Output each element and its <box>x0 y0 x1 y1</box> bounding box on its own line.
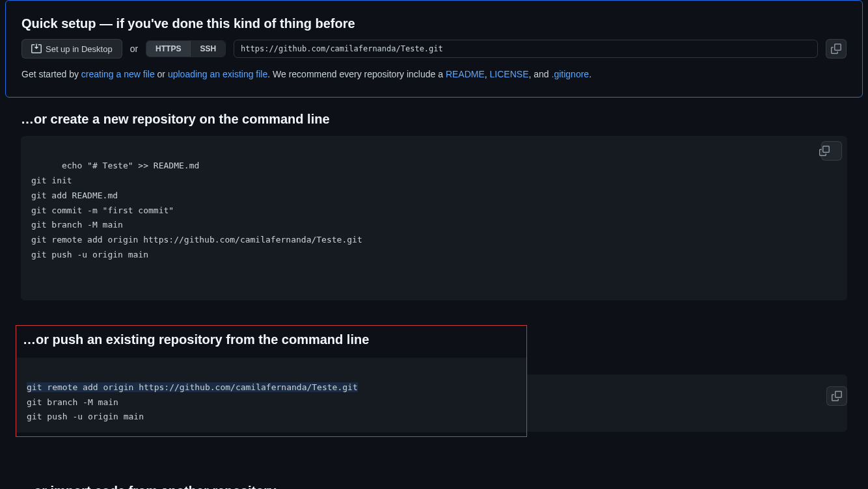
import-section: …or import code from another repository … <box>5 453 863 489</box>
setup-in-desktop-button[interactable]: Set up in Desktop <box>21 39 122 59</box>
copy-icon <box>832 391 842 401</box>
copy-icon <box>819 126 843 176</box>
create-cli-title: …or create a new repository on the comma… <box>21 112 847 127</box>
copy-url-button[interactable] <box>826 39 847 59</box>
desktop-download-icon <box>31 44 42 54</box>
copy-create-cli-button[interactable] <box>821 141 842 161</box>
clone-url-input[interactable] <box>234 40 818 58</box>
setup-controls-row: Set up in Desktop or HTTPS SSH <box>21 39 847 59</box>
create-cli-code: echo "# Teste" >> README.md git init git… <box>31 161 362 259</box>
protocol-switch: HTTPS SSH <box>146 40 226 57</box>
quick-setup-panel: Quick setup — if you've done this kind o… <box>5 0 863 98</box>
push-cli-title: …or push an existing repository from the… <box>16 326 526 349</box>
quick-setup-title: Quick setup — if you've done this kind o… <box>21 16 847 31</box>
or-separator: or <box>130 44 138 54</box>
push-cli-line2: git branch -M main <box>27 397 118 407</box>
create-cli-section: …or create a new repository on the comma… <box>5 98 863 316</box>
create-cli-codeblock[interactable]: echo "# Teste" >> README.md git init git… <box>21 136 847 300</box>
gitignore-link[interactable]: .gitignore <box>552 69 590 79</box>
push-cli-line3: git push -u origin main <box>27 412 144 421</box>
https-tab[interactable]: HTTPS <box>146 41 190 57</box>
push-cli-section-wrapper: …or push an existing repository from the… <box>5 316 863 453</box>
upload-existing-file-link[interactable]: uploading an existing file <box>168 69 267 79</box>
get-started-text: Get started by creating a new file or up… <box>21 68 847 81</box>
import-title: …or import code from another repository <box>21 484 847 489</box>
readme-link[interactable]: README <box>446 69 485 79</box>
license-link[interactable]: LICENSE <box>490 69 529 79</box>
create-new-file-link[interactable]: creating a new file <box>81 69 155 79</box>
ssh-tab[interactable]: SSH <box>190 41 225 57</box>
push-cli-highlight: …or push an existing repository from the… <box>16 325 527 438</box>
copy-icon <box>831 44 841 54</box>
setup-in-desktop-label: Set up in Desktop <box>46 44 113 54</box>
push-cli-line1: git remote add origin https://github.com… <box>27 382 358 392</box>
push-cli-codeblock[interactable]: git remote add origin https://github.com… <box>16 358 526 433</box>
copy-push-cli-button[interactable] <box>826 386 847 406</box>
